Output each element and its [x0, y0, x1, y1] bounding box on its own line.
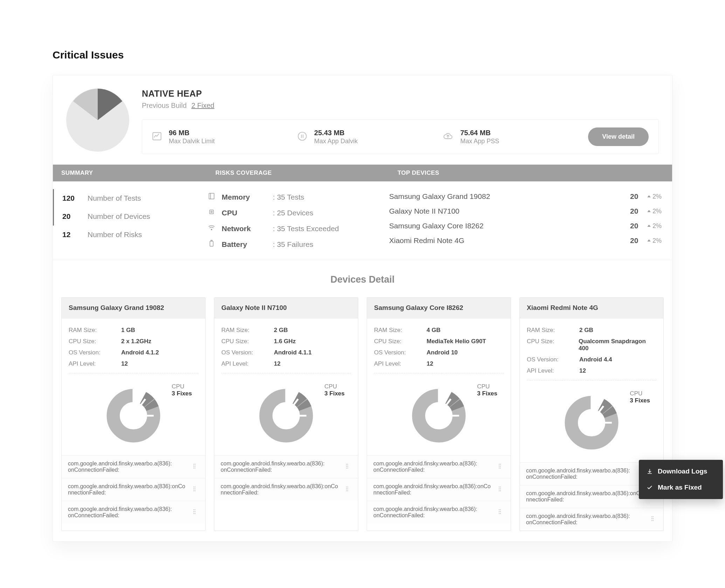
- svg-point-45: [347, 468, 348, 468]
- caret-up-icon: [647, 238, 651, 243]
- metric-label: Max Dalvik Limit: [169, 138, 215, 145]
- heap-subtitle: Previous Build 2 Fixed: [142, 102, 659, 110]
- log-item: com.google.android.finsky.wearbo.a(836):…: [62, 478, 205, 501]
- device-count: 20: [630, 236, 647, 245]
- summary-column: 120Number of Tests 20Number of Devices 1…: [53, 189, 207, 252]
- spec-os: OS Version:Android 10: [374, 347, 504, 358]
- summary-risks[interactable]: 12Number of Risks: [53, 226, 207, 244]
- log-item: com.google.android.finsky.wearbo.a(836):…: [62, 455, 205, 478]
- wifi-icon: [207, 224, 216, 233]
- log-item: com.google.android.finsky.wearbo.a(836):…: [214, 455, 358, 478]
- svg-point-59: [499, 466, 499, 466]
- top-device-row[interactable]: Samsung Galaxy Grand 19082 20 2%: [389, 189, 662, 204]
- log-text: com.google.android.finsky.wearbo.a(836):…: [526, 513, 644, 526]
- download-logs-item[interactable]: Download Logs: [639, 463, 723, 479]
- device-card-title: Samsung Galaxy Grand 19082: [62, 298, 205, 318]
- metric-max-app-pss: 75.64 MB Max App PSS: [443, 129, 585, 145]
- svg-point-97: [653, 520, 654, 521]
- summary-devices[interactable]: 20Number of Devices: [53, 207, 207, 226]
- spec-cpu: CPU Size:1.6 GHz: [221, 336, 351, 347]
- cloud-upload-icon: [443, 131, 453, 143]
- pause-circle-icon: [297, 131, 307, 143]
- log-text: com.google.android.finsky.wearbo.a(836):…: [68, 461, 186, 473]
- device-name: Galaxy Note II N7100: [389, 207, 630, 215]
- metric-value: 75.64 MB: [460, 129, 499, 137]
- kebab-icon[interactable]: [190, 507, 199, 518]
- donut-label: CPU 3 Fixes: [172, 383, 192, 397]
- donut-label: CPU 3 Fixes: [324, 383, 345, 397]
- svg-point-31: [193, 511, 194, 512]
- svg-point-73: [499, 513, 499, 514]
- log-text: com.google.android.finsky.wearbo.a(836):…: [526, 468, 644, 480]
- svg-point-50: [346, 490, 347, 491]
- log-item: com.google.android.finsky.wearbo.a(836):…: [367, 455, 511, 478]
- kebab-icon[interactable]: [343, 462, 352, 472]
- top-devices-column: Samsung Galaxy Grand 19082 20 2% Galaxy …: [389, 189, 672, 252]
- heap-pie-chart: [66, 89, 129, 152]
- device-card: Xiaomi Redmi Note 4G RAM Size:2 GB CPU S…: [519, 297, 664, 531]
- svg-point-63: [499, 486, 499, 487]
- kebab-icon[interactable]: [343, 484, 352, 495]
- svg-point-66: [500, 489, 501, 489]
- svg-point-40: [346, 464, 347, 464]
- spec-os: OS Version:Android 4.1.2: [69, 347, 198, 358]
- log-text: com.google.android.finsky.wearbo.a(836):…: [68, 483, 186, 496]
- spec-ram: RAM Size:4 GB: [374, 325, 504, 336]
- svg-point-74: [500, 513, 501, 514]
- spec-os: OS Version:Android 4.1.1: [221, 347, 351, 358]
- log-item: com.google.android.finsky.wearbo.a(836):…: [62, 501, 205, 524]
- metrics-bar: 96 MB Max Dalvik Limit 25.43 MB Max App …: [142, 119, 659, 154]
- svg-point-69: [499, 509, 499, 510]
- kebab-icon[interactable]: [495, 462, 504, 472]
- view-detail-button[interactable]: View detail: [588, 127, 649, 146]
- main-panel: NATIVE HEAP Previous Build 2 Fixed 96 MB…: [53, 75, 672, 542]
- device-count: 20: [630, 222, 647, 230]
- caret-up-icon: [647, 194, 651, 199]
- log-item: com.google.android.finsky.wearbo.a(836):…: [520, 462, 663, 485]
- summary-tests[interactable]: 120Number of Tests: [53, 189, 207, 207]
- svg-point-65: [499, 489, 499, 489]
- top-device-row[interactable]: Samsung Galaxy Core I8262 20 2%: [389, 219, 662, 233]
- device-name: Xiaomi Redmi Note 4G: [389, 236, 630, 245]
- device-card-title: Xiaomi Redmi Note 4G: [520, 298, 663, 318]
- svg-point-20: [195, 466, 195, 466]
- device-donut-chart: CPU 3 Fixes: [69, 379, 198, 452]
- svg-point-42: [346, 466, 347, 466]
- download-icon: [647, 468, 653, 475]
- caret-up-icon: [647, 224, 651, 228]
- device-name: Samsung Galaxy Core I8262: [389, 222, 630, 230]
- risk-memory: Memory: 35 Tests: [207, 189, 389, 205]
- svg-point-17: [193, 464, 194, 464]
- kebab-icon[interactable]: [190, 462, 199, 472]
- metric-max-app-dalvik: 25.43 MB Max App Dalvik: [297, 129, 439, 145]
- devices-detail-title: Devices Detail: [53, 260, 672, 297]
- log-text: com.google.android.finsky.wearbo.a(836):…: [373, 506, 492, 519]
- kebab-icon[interactable]: [648, 514, 657, 525]
- svg-point-64: [500, 486, 501, 487]
- device-card: Galaxy Note II N7100 RAM Size:2 GB CPU S…: [214, 297, 358, 531]
- spec-api: API Level:12: [221, 358, 351, 369]
- top-device-row[interactable]: Xiaomi Redmi Note 4G 20 2%: [389, 233, 662, 248]
- fixed-link[interactable]: 2 Fixed: [191, 102, 214, 109]
- band-risks: RISKS COVERAGE: [215, 170, 398, 177]
- svg-point-68: [500, 490, 501, 491]
- kebab-icon[interactable]: [190, 484, 199, 495]
- svg-point-30: [195, 509, 195, 510]
- log-item: com.google.android.finsky.wearbo.a(836):…: [520, 508, 663, 531]
- kebab-icon[interactable]: [495, 484, 504, 495]
- cpu-icon: [207, 208, 216, 217]
- line-chart-icon: [152, 131, 162, 143]
- svg-point-92: [651, 516, 652, 517]
- mark-as-fixed-item[interactable]: Mark as Fixed: [639, 479, 723, 496]
- memory-icon: [207, 192, 216, 202]
- metric-label: Max App Dalvik: [314, 138, 358, 145]
- device-delta: 2%: [647, 222, 662, 230]
- svg-point-21: [193, 468, 194, 468]
- kebab-icon[interactable]: [495, 507, 504, 518]
- svg-point-96: [651, 520, 652, 521]
- check-icon: [647, 484, 653, 491]
- spec-ram: RAM Size:1 GB: [69, 325, 198, 336]
- log-actions-popup: Download Logs Mark as Fixed: [639, 460, 723, 499]
- top-device-row[interactable]: Galaxy Note II N7100 20 2%: [389, 204, 662, 219]
- spec-cpu: CPU Size:Qualcomm Snapdragon 400: [527, 336, 656, 354]
